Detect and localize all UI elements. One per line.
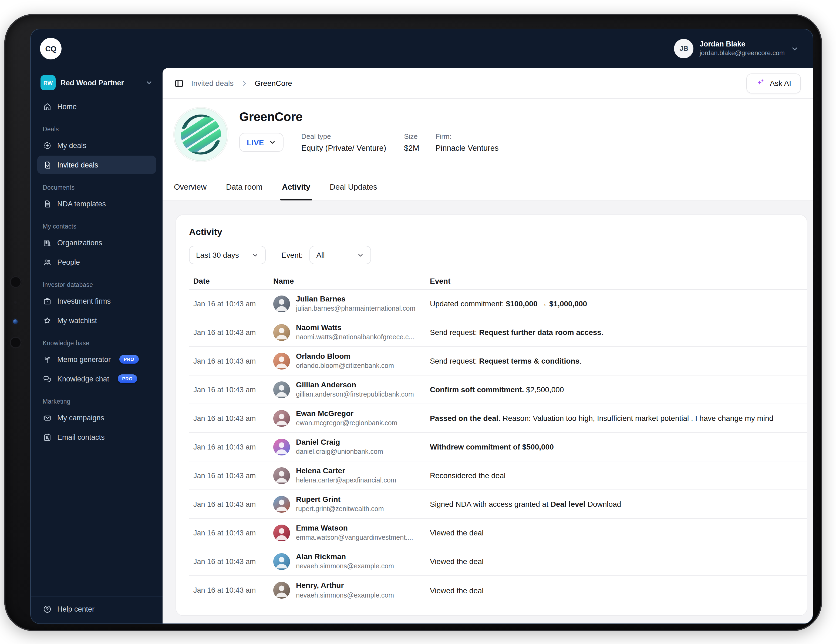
- sidebar-item-label: Email contacts: [57, 433, 105, 441]
- activity-table: Date Name Event Jan 16 at 10:43 amJulian…: [189, 272, 807, 605]
- tab-activity[interactable]: Activity: [282, 174, 310, 200]
- workspace-switcher[interactable]: RW Red Wood Partner: [37, 72, 156, 93]
- contact-email: daniel.craig@unionbank.com: [296, 447, 383, 456]
- activity-date: Jan 16 at 10:43 am: [193, 386, 273, 394]
- chevron-down-icon: [251, 252, 259, 258]
- sidebar-item-label: Knowledge chat: [57, 375, 109, 383]
- activity-title: Activity: [189, 227, 807, 238]
- user-menu[interactable]: JB Jordan Blake jordan.blake@greencore.c…: [674, 39, 799, 58]
- sidebar-section-label: Deals: [42, 126, 151, 132]
- avatar: [273, 295, 290, 312]
- user-name: Jordan Blake: [700, 40, 785, 49]
- sidebar-item-label: Investment firms: [57, 297, 111, 305]
- contact-email: nevaeh.simmons@example.com: [296, 562, 394, 571]
- chevron-down-icon: [790, 44, 799, 53]
- activity-date: Jan 16 at 10:43 am: [193, 414, 273, 422]
- tablet-frame: CQ JB Jordan Blake jordan.blake@greencor…: [4, 14, 822, 631]
- main-panel: Invited deals GreenCore Ask AI: [163, 68, 813, 623]
- contact-email: ewan.mcgregor@regionbank.com: [296, 419, 397, 428]
- deal-header: GreenCore LIVE Deal typeEquity (Private/…: [163, 98, 813, 174]
- sidebar-item-email-contacts[interactable]: Email contacts: [37, 428, 156, 446]
- deal-field-value: $2M: [404, 144, 419, 152]
- event-filter-select[interactable]: All: [309, 246, 371, 264]
- sidebar-item-my-campaigns[interactable]: My campaigns: [37, 409, 156, 427]
- sidebar-item-knowledge-chat[interactable]: Knowledge chatPRO: [37, 369, 156, 388]
- chevron-down-icon: [357, 252, 364, 258]
- deal-field: Deal typeEquity (Private/ Venture): [301, 132, 386, 152]
- contact-name: Rupert Grint: [296, 495, 384, 504]
- contact-email: gillian.anderson@firstrepublicbank.com: [296, 390, 414, 399]
- contact-name: Julian Barnes: [296, 294, 415, 304]
- sidebar-item-organizations[interactable]: Organizations: [37, 234, 156, 252]
- deal-status-dropdown[interactable]: LIVE: [239, 133, 284, 152]
- activity-date: Jan 16 at 10:43 am: [193, 357, 273, 365]
- sidebar-item-memo-generator[interactable]: Memo generatorPRO: [37, 350, 156, 368]
- table-row: Jan 16 at 10:43 amEmma Watsonemma.watson…: [189, 519, 807, 547]
- tab-deal-updates[interactable]: Deal Updates: [330, 174, 377, 200]
- sidebar-item-nda-templates[interactable]: NDA templates: [37, 195, 156, 213]
- contact-email: naomi.watts@nationalbankofgreece.c...: [296, 333, 414, 342]
- sidebar-item-my-watchlist[interactable]: My watchlist: [37, 311, 156, 330]
- sidebar-toggle-icon[interactable]: [174, 78, 184, 88]
- table-row: Jan 16 at 10:43 amHenry, Arthurnevaeh.si…: [189, 576, 807, 605]
- activity-date: Jan 16 at 10:43 am: [193, 328, 273, 336]
- chevron-right-icon: [241, 80, 248, 87]
- activity-date: Jan 16 at 10:43 am: [193, 529, 273, 537]
- table-row: Jan 16 at 10:43 amOrlando Bloomorlando.b…: [189, 347, 807, 376]
- sidebar-item-label: My watchlist: [57, 316, 97, 324]
- sidebar-item-label: Invited deals: [57, 161, 98, 169]
- avatar: [273, 410, 290, 427]
- sidebar-item-investment-firms[interactable]: Investment firms: [37, 292, 156, 310]
- contact-name: Emma Watson: [296, 523, 413, 533]
- deal-field-label: Deal type: [301, 132, 386, 141]
- chevron-down-icon: [269, 139, 276, 146]
- avatar: [273, 553, 290, 570]
- contact-name: Alan Rickman: [296, 552, 394, 561]
- deal-fields: Deal typeEquity (Private/ Venture)Size$2…: [284, 132, 499, 152]
- sidebar-item-label: My campaigns: [57, 414, 104, 422]
- deal-plus-icon: [42, 141, 52, 150]
- activity-event: Send request: Request terms & conditions…: [430, 356, 807, 365]
- tab-overview[interactable]: Overview: [174, 174, 207, 200]
- activity-card: Activity Last 30 days Event:: [176, 214, 807, 616]
- workspace-name: Red Wood Partner: [60, 78, 124, 87]
- sidebar-item-people[interactable]: People: [37, 253, 156, 271]
- download-link[interactable]: Download: [588, 500, 621, 508]
- table-row: Jan 16 at 10:43 amGillian Andersongillia…: [189, 376, 807, 404]
- contact-name: Ewan McGregor: [296, 409, 397, 418]
- activity-date: Jan 16 at 10:43 am: [193, 299, 273, 308]
- sidebar-section-label: Investor database: [42, 281, 151, 288]
- date-range-select[interactable]: Last 30 days: [189, 246, 266, 264]
- mail-icon: [42, 413, 52, 422]
- avatar: [273, 324, 290, 341]
- table-row: Jan 16 at 10:43 amHelena Carterhelena.ca…: [189, 461, 807, 490]
- app-window: CQ JB Jordan Blake jordan.blake@greencor…: [30, 29, 813, 624]
- tab-data-room[interactable]: Data room: [226, 174, 263, 200]
- briefcase-icon: [42, 296, 52, 306]
- activity-date: Jan 16 at 10:43 am: [193, 471, 273, 479]
- breadcrumb-parent[interactable]: Invited deals: [191, 79, 233, 88]
- sidebar-nav: HomeDealsMy dealsInvited dealsDocumentsN…: [37, 97, 156, 596]
- app-logo[interactable]: CQ: [40, 38, 62, 59]
- sidebar-item-label: Help center: [57, 605, 95, 613]
- invited-deal-icon: [42, 160, 52, 169]
- deal-field-label: Size: [404, 132, 419, 141]
- avatar: [273, 353, 290, 369]
- sidebar-item-help-center[interactable]: Help center: [37, 600, 156, 618]
- avatar: [273, 582, 290, 598]
- activity-event: Withdrew commitment of $500,000: [430, 443, 807, 451]
- sidebar-item-invited-deals[interactable]: Invited deals: [37, 155, 156, 174]
- column-header-event: Event: [430, 276, 807, 285]
- chat-icon: [42, 374, 52, 383]
- sidebar-item-label: My deals: [57, 141, 87, 149]
- sidebar-item-label: Organizations: [57, 239, 102, 247]
- ask-ai-button[interactable]: Ask AI: [747, 73, 801, 93]
- sidebar-item-home[interactable]: Home: [37, 97, 156, 116]
- avatar: JB: [674, 39, 694, 58]
- deal-field-value: Pinnacle Ventures: [436, 144, 499, 152]
- top-bar: CQ JB Jordan Blake jordan.blake@greencor…: [31, 29, 813, 68]
- sidebar-item-my-deals[interactable]: My deals: [37, 136, 156, 155]
- sidebar-item-label: NDA templates: [57, 199, 106, 208]
- sprout-icon: [42, 355, 52, 364]
- pro-badge: PRO: [119, 355, 139, 364]
